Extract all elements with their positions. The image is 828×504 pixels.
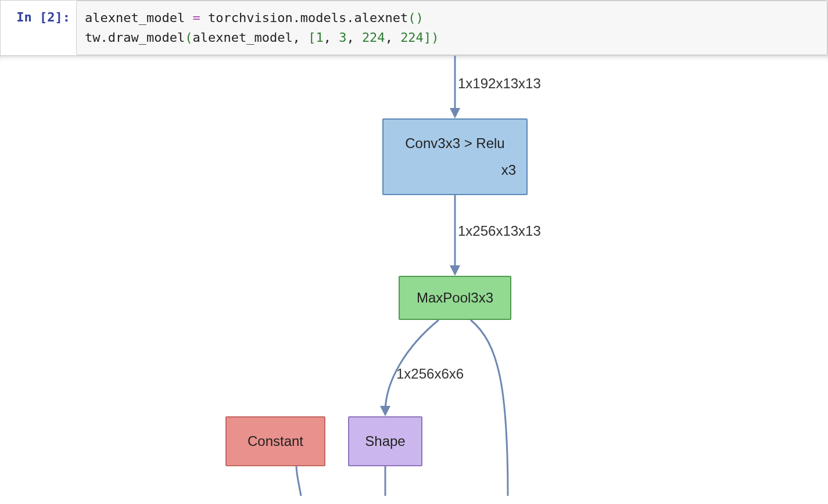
node-conv-label: Conv3x3 > Relu <box>394 135 516 152</box>
code-line-1: alexnet_model = torchvision.models.alexn… <box>85 8 819 28</box>
edge-label-mid: 1x256x13x13 <box>458 223 541 239</box>
node-conv-relu[interactable]: Conv3x3 > Relu x3 <box>382 118 528 195</box>
output-area[interactable]: 1x192x13x13 1x256x13x13 1x256x6x6 Conv3x… <box>0 56 828 496</box>
node-shape[interactable]: Shape <box>348 416 422 466</box>
notebook-container: In [2]: alexnet_model = torchvision.mode… <box>0 0 828 504</box>
edge-maxpool-to-right <box>471 320 508 496</box>
input-prompt-label: In [2]: <box>16 10 70 24</box>
node-shape-label: Shape <box>360 433 411 449</box>
model-graph[interactable]: 1x192x13x13 1x256x13x13 1x256x6x6 Conv3x… <box>0 56 828 496</box>
node-constant-label: Constant <box>237 433 314 449</box>
code-cell: In [2]: alexnet_model = torchvision.mode… <box>0 0 828 56</box>
edge-label-left: 1x256x6x6 <box>396 366 464 382</box>
edge-label-top: 1x192x13x13 <box>458 75 541 92</box>
node-constant[interactable]: Constant <box>225 416 325 466</box>
code-line-2: tw.draw_model(alexnet_model, [1, 3, 224,… <box>85 28 819 48</box>
edge-constant-down <box>296 466 301 496</box>
arrowhead-shape <box>380 406 390 416</box>
node-conv-sublabel: x3 <box>394 162 516 178</box>
node-maxpool[interactable]: MaxPool3x3 <box>399 276 511 320</box>
node-maxpool-label: MaxPool3x3 <box>410 290 500 306</box>
code-input-area[interactable]: alexnet_model = torchvision.models.alexn… <box>76 1 827 55</box>
input-prompt-area: In [2]: <box>1 1 76 55</box>
arrowhead-conv <box>450 108 460 118</box>
arrowhead-maxpool <box>450 265 460 276</box>
